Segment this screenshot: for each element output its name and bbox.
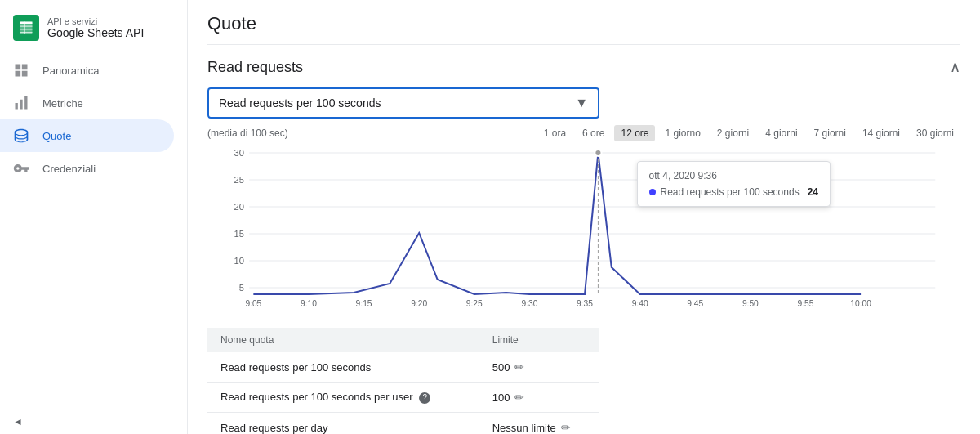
logo-text: API e servizi Google Sheets API [47,16,144,39]
quota-table: Nome quota Limite Read requests per 100 … [207,328,599,434]
svg-text:10:00: 10:00 [850,299,871,308]
main-content: Quote Read requests ∧ Read requests per … [188,0,980,434]
svg-text:9:25: 9:25 [466,299,483,308]
logo-icon [13,15,39,41]
svg-text:9:45: 9:45 [687,299,703,308]
sidebar-item-panoramica[interactable]: Panoramica [0,54,174,87]
svg-text:20: 20 [234,202,245,212]
sidebar-item-metriche[interactable]: Metriche [0,87,174,119]
app-title: Google Sheets API [47,26,144,39]
collapse-button[interactable]: ∧ [950,58,960,76]
chart-svg: 30 25 20 15 10 5 9:05 9:10 9:15 9:20 9:2… [207,145,960,308]
edit-icon-0[interactable]: ✏ [514,360,524,374]
svg-text:9:05: 9:05 [245,299,261,308]
time-btn-1ora[interactable]: 1 ora [537,125,572,141]
svg-text:9:10: 9:10 [301,299,317,308]
time-btn-14giorni[interactable]: 14 giorni [856,125,906,141]
dropdown-wrapper: Read requests per 100 seconds ▼ [207,87,960,119]
svg-text:25: 25 [234,175,245,185]
section-header: Read requests ∧ [207,58,960,76]
time-btn-30giorni[interactable]: 30 giorni [910,125,960,141]
quota-limit-1: 100 ✏ [479,383,599,413]
svg-text:9:40: 9:40 [632,299,648,308]
svg-rect-5 [24,22,25,34]
metric-dropdown[interactable]: Read requests per 100 seconds ▼ [207,87,599,119]
sidebar-item-credenziali-label: Credenziali [42,163,96,175]
time-btn-2giorni[interactable]: 2 giorni [710,125,755,141]
sidebar-item-quote-label: Quote [42,130,71,142]
svg-text:9:30: 9:30 [521,299,537,308]
chart-container: 30 25 20 15 10 5 9:05 9:10 9:15 9:20 9:2… [207,145,960,308]
sidebar-item-credenziali[interactable]: Credenziali [0,152,174,185]
read-requests-title: Read requests [207,59,303,76]
quota-limit-2: Nessun limite ✏ [479,413,599,435]
svg-point-31 [595,150,601,156]
quota-limit-0: 500 ✏ [479,352,599,383]
time-btn-6ore[interactable]: 6 ore [576,125,611,141]
dropdown-label: Read requests per 100 seconds [219,96,381,110]
svg-rect-2 [20,26,33,27]
app-subtitle: API e servizi [47,16,144,26]
col-limite: Limite [479,328,599,352]
time-btn-7giorni[interactable]: 7 giorni [808,125,853,141]
time-btn-12ore[interactable]: 12 ore [614,125,655,141]
svg-text:9:55: 9:55 [798,299,814,308]
svg-text:9:20: 9:20 [411,299,427,308]
sidebar-item-panoramica-label: Panoramica [42,65,99,77]
svg-text:9:15: 9:15 [356,299,372,308]
help-icon-1[interactable]: ? [419,392,430,404]
edit-icon-1[interactable]: ✏ [514,391,524,404]
svg-text:5: 5 [239,283,244,293]
quota-name-0: Read requests per 100 seconds [207,352,479,383]
storage-icon [13,128,29,144]
sidebar-collapse[interactable]: ◄ [0,409,187,434]
time-bar: (media di 100 sec) 1 ora 6 ore 12 ore 1 … [207,125,960,141]
grid-icon [13,62,29,78]
svg-rect-1 [20,22,33,25]
chart-subtitle: (media di 100 sec) [207,128,534,139]
table-header-row: Nome quota Limite [207,328,599,352]
quota-name-1: Read requests per 100 seconds per user ? [207,383,479,413]
key-icon [13,160,29,177]
svg-text:10: 10 [234,256,245,266]
table-row: Read requests per day Nessun limite ✏ [207,413,599,435]
chevron-down-icon: ▼ [575,96,588,110]
sidebar: API e servizi Google Sheets API Panorami… [0,0,188,434]
sidebar-item-metriche-label: Metriche [42,97,83,110]
col-nome-quota: Nome quota [207,328,479,352]
time-btn-4giorni[interactable]: 4 giorni [759,125,804,141]
bar-chart-icon [13,95,29,111]
svg-text:15: 15 [234,229,245,239]
main-nav: Panoramica Metriche Quote Credenziali [0,54,187,185]
svg-rect-3 [20,29,33,29]
app-logo: API e servizi Google Sheets API [0,8,187,54]
svg-text:30: 30 [234,148,245,158]
page-title: Quote [207,0,960,45]
svg-text:9:50: 9:50 [742,299,759,308]
table-row: Read requests per 100 seconds per user ?… [207,383,599,413]
table-row: Read requests per 100 seconds 500 ✏ [207,352,599,383]
svg-text:9:35: 9:35 [577,299,593,308]
time-btn-1giorno[interactable]: 1 giorno [658,125,706,141]
edit-icon-2[interactable]: ✏ [561,421,571,434]
sidebar-item-quote[interactable]: Quote [0,119,174,152]
quota-name-2: Read requests per day [207,413,479,435]
svg-rect-4 [20,32,33,33]
